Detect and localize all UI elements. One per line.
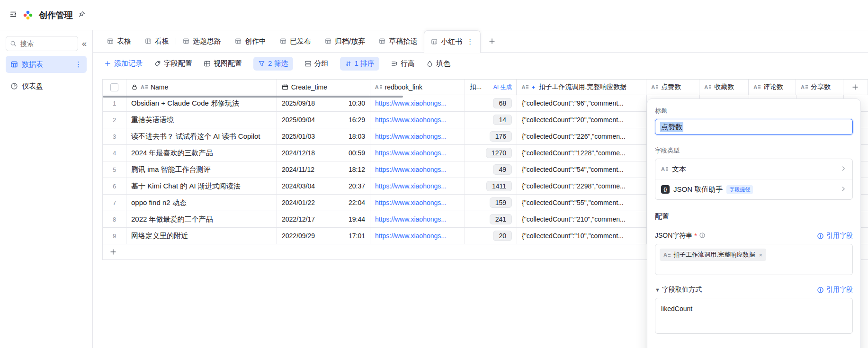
record-link[interactable]: https://www.xiaohongs... [375, 182, 447, 190]
ref-field-button-2[interactable]: 引用字段 [817, 286, 853, 294]
record-link[interactable]: https://www.xiaohongs... [375, 215, 447, 223]
datasheet-more-icon[interactable]: ⋮ [75, 60, 82, 69]
add-view-button[interactable] [488, 37, 496, 45]
tab-more-icon[interactable]: ⋮ [466, 37, 474, 46]
row-number-cell[interactable]: 1 [103, 95, 126, 111]
cell-create-time[interactable]: 2024/12/1800:59 [277, 145, 370, 161]
tab-published[interactable]: 已发布 [273, 30, 318, 52]
field-config-button[interactable]: 字段配置 [154, 59, 192, 68]
cell-count[interactable]: 1411 [465, 178, 517, 194]
cell-count[interactable]: 68 [465, 95, 517, 111]
tab-topic-ideas[interactable]: 选题思路 [176, 30, 228, 52]
cell-create-time[interactable]: 2025/09/1810:30 [277, 95, 370, 111]
tab-in-progress[interactable]: 创作中 [228, 30, 273, 52]
column-header-name[interactable]: A Name [126, 80, 277, 95]
cell-redbook-link[interactable]: https://www.xiaohongs... [370, 211, 465, 227]
pin-icon[interactable] [79, 11, 85, 19]
cell-redbook-link[interactable]: https://www.xiaohongs... [370, 145, 465, 161]
cell-json[interactable]: {"collectedCount":"55","comment... [517, 195, 647, 211]
field-title-input[interactable]: 点赞数 [655, 119, 853, 135]
column-header-favorites[interactable]: A 收藏数 [699, 80, 749, 95]
cell-create-time[interactable]: 2025/09/0416:29 [277, 112, 370, 128]
column-header-likes[interactable]: A 点赞数 [646, 80, 699, 95]
tab-table[interactable]: 表格 [100, 30, 138, 52]
cell-redbook-link[interactable]: https://www.xiaohongs... [370, 161, 465, 178]
cell-name[interactable]: 2024 年最喜欢的三款产品 [126, 145, 277, 161]
cell-name[interactable]: oppo find n2 动态 [126, 195, 277, 211]
view-config-button[interactable]: 视图配置 [204, 59, 242, 68]
cell-count[interactable]: 20 [465, 228, 517, 244]
cell-count[interactable]: 159 [465, 195, 517, 211]
cell-name[interactable]: 基于 Kimi Chat 的 AI 渐进式阅读法 [126, 178, 277, 194]
tab-drafts[interactable]: 草稿拾遗 [372, 30, 424, 52]
horizontal-scrollbar[interactable] [103, 96, 403, 98]
add-column-button[interactable] [843, 80, 868, 95]
sidebar-item-datasheets[interactable]: 数据表 ⋮ [6, 56, 87, 73]
cell-create-time[interactable]: 2024/11/1218:12 [277, 161, 370, 178]
column-header-redbook-link[interactable]: A redbook_link [370, 80, 465, 95]
value-path-box[interactable]: likedCount [655, 298, 853, 334]
tab-kanban[interactable]: 看板 [138, 30, 176, 52]
select-all-cell[interactable] [103, 80, 126, 95]
cell-json[interactable]: {"collectedCount":"20","comment... [517, 112, 647, 128]
cell-json[interactable]: {"collectedCount":"226","commen... [517, 128, 647, 144]
cell-redbook-link[interactable]: https://www.xiaohongs... [370, 95, 465, 111]
cell-redbook-link[interactable]: https://www.xiaohongs... [370, 228, 465, 244]
remove-tag-icon[interactable]: × [759, 251, 763, 259]
info-icon[interactable] [699, 232, 706, 240]
cell-name[interactable]: 2022 年做最爱的三个产品 [126, 211, 277, 227]
row-number-cell[interactable]: 7 [103, 195, 126, 211]
select-all-checkbox[interactable] [110, 83, 118, 91]
sidebar-toggle-icon[interactable] [9, 10, 17, 20]
cell-create-time[interactable]: 2022/09/2917:01 [277, 228, 370, 244]
cell-redbook-link[interactable]: https://www.xiaohongs... [370, 112, 465, 128]
row-height-button[interactable]: 行高 [391, 59, 415, 68]
json-helper-option[interactable]: {} JSON 取值助手 字段捷径 [655, 179, 852, 199]
cell-create-time[interactable]: 2024/01/2222:04 [277, 195, 370, 211]
record-link[interactable]: https://www.xiaohongs... [375, 149, 447, 157]
row-number-cell[interactable]: 2 [103, 112, 126, 128]
cell-create-time[interactable]: 2025/01/0318:03 [277, 128, 370, 144]
cell-name[interactable]: 腾讯 ima 智能工作台测评 [126, 161, 277, 178]
row-number-cell[interactable]: 9 [103, 228, 126, 244]
row-number-cell[interactable]: 3 [103, 128, 126, 144]
filter-button[interactable]: 2 筛选 [253, 57, 293, 71]
record-link[interactable]: https://www.xiaohongs... [375, 199, 447, 206]
cell-json[interactable]: {"collectedCount":"96","comment... [517, 95, 647, 111]
column-header-create-time[interactable]: Create_time [277, 80, 370, 95]
cell-count[interactable]: 176 [465, 128, 517, 144]
ref-field-button-1[interactable]: 引用字段 [817, 232, 853, 240]
search-box[interactable] [6, 36, 78, 51]
record-link[interactable]: https://www.xiaohongs... [375, 166, 447, 173]
tab-archived[interactable]: 归档/放弃 [318, 30, 372, 52]
cell-json[interactable]: {"collectedCount":"10","comment... [517, 228, 647, 244]
cell-create-time[interactable]: 2024/03/0420:37 [277, 178, 370, 194]
row-number-cell[interactable]: 6 [103, 178, 126, 194]
column-header-json[interactable]: A 扣子工作流调用.完整响应数据 [517, 80, 646, 95]
cell-redbook-link[interactable]: https://www.xiaohongs... [370, 178, 465, 194]
tab-xiaohongshu[interactable]: 小红书 ⋮ [424, 30, 481, 53]
sort-button[interactable]: 1 排序 [340, 57, 380, 71]
fill-color-button[interactable]: 填色 [426, 59, 450, 68]
cell-count[interactable]: 49 [465, 161, 517, 178]
record-link[interactable]: https://www.xiaohongs... [375, 99, 447, 107]
cell-redbook-link[interactable]: https://www.xiaohongs... [370, 195, 465, 211]
cell-count[interactable]: 14 [465, 112, 517, 128]
cell-json[interactable]: {"collectedCount":"2298","comme... [517, 178, 647, 194]
cell-json[interactable]: {"collectedCount":"210","commen... [517, 211, 647, 227]
row-number-cell[interactable]: 4 [103, 145, 126, 161]
sidebar-item-dashboard[interactable]: 仪表盘 [6, 78, 87, 95]
group-button[interactable]: 分组 [304, 59, 329, 68]
cell-name[interactable]: 重拾英语语境 [126, 112, 277, 128]
record-link[interactable]: https://www.xiaohongs... [375, 232, 447, 240]
row-number-cell[interactable]: 8 [103, 211, 126, 227]
search-input[interactable] [19, 39, 64, 48]
cell-name[interactable]: 网络定义里的附近 [126, 228, 277, 244]
value-method-row[interactable]: ▼ 字段取值方式 引用字段 [655, 286, 853, 294]
cell-create-time[interactable]: 2022/12/1719:44 [277, 211, 370, 227]
json-string-box[interactable]: A 扣子工作流调用.完整响应数据 × [655, 244, 853, 275]
cell-json[interactable]: {"collectedCount":"1228","comme... [517, 145, 647, 161]
cell-redbook-link[interactable]: https://www.xiaohongs... [370, 128, 465, 144]
caret-down-icon[interactable]: ▼ [655, 287, 660, 293]
collapse-sidebar-icon[interactable]: « [82, 39, 87, 48]
